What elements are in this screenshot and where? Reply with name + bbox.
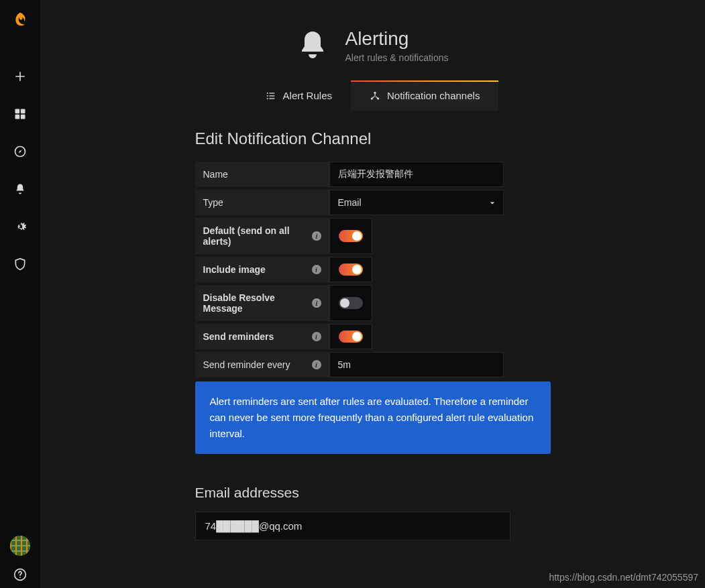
info-icon[interactable]: i bbox=[312, 332, 321, 341]
svg-point-6 bbox=[19, 577, 21, 578]
tabs: Alert Rules Notification channels bbox=[54, 80, 692, 111]
send-reminders-label: Send reminders i bbox=[195, 324, 329, 349]
svg-rect-10 bbox=[269, 95, 274, 96]
bell-icon bbox=[296, 29, 329, 63]
alerting-icon[interactable] bbox=[13, 182, 27, 196]
send-reminders-toggle[interactable] bbox=[339, 331, 363, 343]
svg-point-7 bbox=[266, 93, 268, 94]
include-image-toggle[interactable] bbox=[339, 263, 363, 276]
interval-input[interactable] bbox=[329, 352, 504, 377]
svg-rect-0 bbox=[15, 109, 20, 114]
name-input[interactable] bbox=[329, 162, 504, 187]
tab-label: Notification channels bbox=[387, 90, 480, 101]
svg-rect-1 bbox=[21, 109, 25, 114]
share-icon bbox=[370, 91, 380, 101]
dashboards-icon[interactable] bbox=[13, 107, 27, 121]
type-value: Email bbox=[330, 190, 482, 215]
help-icon[interactable] bbox=[13, 568, 27, 581]
info-icon[interactable]: i bbox=[312, 231, 321, 241]
emails-input[interactable]: 74██████@qq.com bbox=[195, 512, 510, 540]
row-include-image: Include image i bbox=[195, 257, 551, 282]
name-label: Name bbox=[195, 162, 329, 187]
watermark: https://blog.csdn.net/dmt742055597 bbox=[549, 572, 698, 583]
page-header: Alerting Alert rules & notifications bbox=[54, 28, 692, 63]
row-send-reminders: Send reminders i bbox=[195, 324, 551, 349]
tab-notification-channels[interactable]: Notification channels bbox=[351, 80, 498, 111]
interval-label: Send reminder every i bbox=[195, 352, 329, 377]
info-icon[interactable]: i bbox=[312, 265, 321, 274]
default-label: Default (send on all alerts) i bbox=[195, 218, 329, 254]
plus-icon[interactable] bbox=[13, 70, 27, 83]
grafana-logo-icon[interactable] bbox=[11, 11, 30, 30]
row-disable-resolve: Disable Resolve Message i bbox=[195, 285, 551, 321]
svg-point-9 bbox=[266, 95, 268, 97]
tab-label: Alert Rules bbox=[283, 90, 332, 101]
row-interval: Send reminder every i bbox=[195, 352, 551, 377]
svg-point-11 bbox=[266, 98, 268, 99]
page-subtitle: Alert rules & notifications bbox=[345, 52, 448, 63]
shield-icon[interactable] bbox=[13, 257, 27, 271]
row-name: Name bbox=[195, 162, 551, 187]
avatar[interactable] bbox=[10, 536, 30, 556]
list-icon bbox=[266, 91, 276, 101]
disable-resolve-toggle[interactable] bbox=[339, 297, 363, 309]
svg-rect-8 bbox=[269, 93, 274, 93]
info-icon[interactable]: i bbox=[312, 360, 321, 369]
page-title: Alerting bbox=[345, 28, 448, 50]
chevron-down-icon bbox=[482, 197, 503, 208]
info-box: Alert reminders are sent after rules are… bbox=[195, 381, 551, 454]
row-default: Default (send on all alerts) i bbox=[195, 218, 551, 254]
emails-section: Email addresses 74██████@qq.com bbox=[195, 485, 551, 540]
settings-icon[interactable] bbox=[13, 220, 27, 233]
nav-rail bbox=[0, 0, 40, 588]
section-title: Edit Notification Channel bbox=[195, 129, 551, 148]
disable-resolve-label: Disable Resolve Message i bbox=[195, 285, 329, 321]
tab-alert-rules[interactable]: Alert Rules bbox=[247, 80, 351, 111]
main-content: Alerting Alert rules & notifications Ale… bbox=[40, 0, 705, 588]
svg-point-13 bbox=[374, 91, 376, 93]
explore-icon[interactable] bbox=[13, 145, 27, 158]
svg-rect-2 bbox=[15, 115, 20, 119]
type-select[interactable]: Email bbox=[329, 190, 504, 215]
svg-rect-12 bbox=[269, 98, 274, 99]
svg-rect-3 bbox=[21, 115, 25, 119]
info-icon[interactable]: i bbox=[312, 298, 321, 308]
include-image-label: Include image i bbox=[195, 257, 329, 282]
row-type: Type Email bbox=[195, 190, 551, 215]
type-label: Type bbox=[195, 190, 329, 215]
default-toggle[interactable] bbox=[339, 230, 363, 242]
emails-heading: Email addresses bbox=[195, 485, 551, 501]
